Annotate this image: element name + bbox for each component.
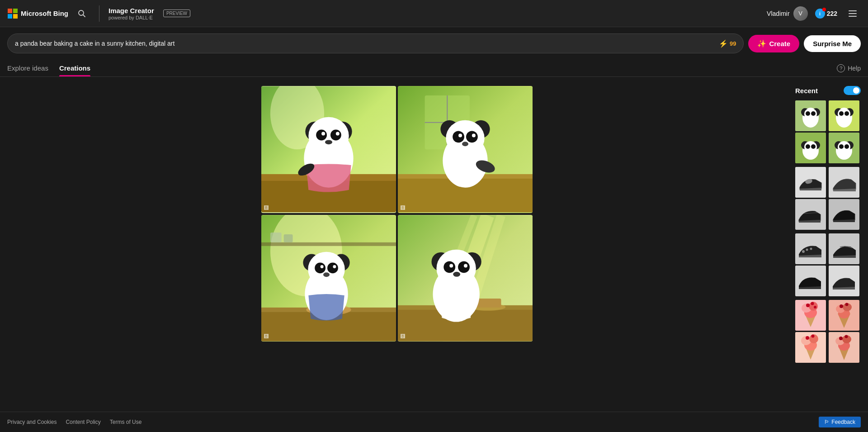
feedback-flag-icon: 🏳 [824,419,830,425]
help-label: Help [848,65,861,72]
thumb-shoe-svg-6 [829,233,859,264]
svg-rect-46 [270,232,281,242]
thumb-panda-svg-4 [829,133,859,163]
thumb-icecream-svg-3 [795,332,826,363]
create-button[interactable]: ✨ Create [748,35,799,52]
recent-thumb-icecream-4[interactable] [829,332,859,363]
recent-thumb-shoe-6[interactable] [829,233,859,264]
generated-image-4[interactable]: 🅱 [398,215,533,342]
recent-group-icecream [795,300,861,363]
image-watermark-3: 🅱 [264,334,269,339]
header-left: Microsoft Bing Image Creator powered by … [7,5,190,22]
hamburger-menu-button[interactable] [844,5,861,22]
recent-thumb-3[interactable] [795,133,826,163]
generated-image-1[interactable]: 🅱 [261,86,396,213]
svg-rect-0 [8,9,12,13]
recent-thumb-shoe-1[interactable] [795,167,826,198]
surprise-me-button[interactable]: Surprise Me [804,35,861,52]
recent-thumb-shoe-2[interactable] [829,167,859,198]
svg-point-21 [321,132,325,136]
powered-by-text: powered by DALL·E [108,15,154,20]
generated-image-2[interactable]: 🅱 [398,86,533,213]
svg-point-103 [839,144,844,149]
svg-point-112 [802,250,805,253]
svg-point-113 [806,249,808,251]
svg-point-22 [335,132,339,136]
content-policy-link[interactable]: Content Policy [66,419,100,425]
svg-point-39 [458,133,462,137]
svg-rect-47 [283,234,292,242]
terms-of-use-link[interactable]: Terms of Use [110,419,142,425]
recent-thumb-icecream-2[interactable] [829,300,859,331]
search-icon-btn[interactable] [74,5,90,22]
image-creator-brand: Image Creator powered by DALL·E [108,7,154,20]
feedback-button[interactable]: 🏳 Feedback [819,417,861,427]
recent-thumb-4[interactable] [829,133,859,163]
svg-point-41 [462,142,468,146]
svg-point-114 [810,248,812,250]
help-button[interactable]: ? Help [837,64,861,72]
recent-thumb-shoe-8[interactable] [829,266,859,296]
recent-thumb-shoe-4[interactable] [829,199,859,230]
svg-rect-45 [261,242,396,246]
svg-point-40 [472,133,475,137]
sidebar: Recent [795,86,861,403]
svg-point-71 [436,249,476,287]
tabs-area: Explore ideas Creations ? Help [0,60,868,77]
svg-point-75 [464,264,467,267]
generated-image-3[interactable]: 🅱 [261,215,396,342]
search-bar-area: ⚡ 99 ✨ Create Surprise Me [0,27,868,60]
recent-toggle[interactable] [844,86,861,95]
user-info[interactable]: Vladimir V [767,6,808,21]
footer: Privacy and Cookies Content Policy Terms… [0,412,868,432]
thumb-panda-svg-3 [795,133,826,163]
hamburger-icon [848,9,858,19]
svg-point-76 [453,271,460,276]
svg-point-57 [320,265,323,268]
svg-point-90 [844,111,849,116]
panda-illustration-4 [398,215,533,342]
coins-badge[interactable]: i 222 [815,9,837,19]
svg-point-72 [443,261,455,273]
thumb-panda-svg-1 [795,100,826,131]
search-input[interactable] [15,40,719,47]
svg-point-146 [845,335,848,338]
sidebar-header: Recent [795,86,861,95]
avatar: V [793,6,808,21]
svg-point-38 [466,131,477,143]
coins-count: 222 [827,10,837,17]
recent-thumb-icecream-3[interactable] [795,332,826,363]
image-watermark-4: 🅱 [401,334,405,339]
svg-point-55 [315,262,326,273]
recent-thumb-shoe-7[interactable] [795,266,826,296]
svg-point-139 [811,335,815,338]
svg-point-23 [325,140,332,144]
recent-thumb-shoe-3[interactable] [795,199,826,230]
header-right: Vladimir V i 222 [767,5,861,22]
privacy-cookies-link[interactable]: Privacy and Cookies [7,419,57,425]
recent-thumb-shoe-5[interactable] [795,233,826,264]
svg-point-89 [839,111,844,116]
svg-point-96 [806,144,810,149]
svg-point-20 [330,130,341,141]
boost-icon: ⚡ [719,39,728,48]
recent-thumb-icecream-1[interactable] [795,300,826,331]
panda-illustration-2 [398,86,533,213]
thumb-shoe-svg-8 [829,266,859,296]
recent-thumb-1[interactable] [795,100,826,131]
recent-thumb-2[interactable] [829,100,859,131]
ms-bing-text: Microsoft Bing [21,9,68,17]
panda-illustration-3 [261,215,396,342]
svg-point-54 [308,252,344,286]
ms-logo-icon [7,8,18,19]
svg-point-59 [323,272,330,277]
tab-creations[interactable]: Creations [59,60,90,76]
image-watermark-1: 🅱 [264,205,269,210]
recent-group-shoes2 [795,233,861,296]
thumb-shoe-svg-4 [829,199,859,230]
help-icon: ? [837,64,845,72]
tab-explore-ideas[interactable]: Explore ideas [7,60,48,76]
ms-bing-logo[interactable]: Microsoft Bing [7,8,68,19]
thumb-shoe-svg-7 [795,266,826,296]
recent-label: Recent [795,87,818,95]
